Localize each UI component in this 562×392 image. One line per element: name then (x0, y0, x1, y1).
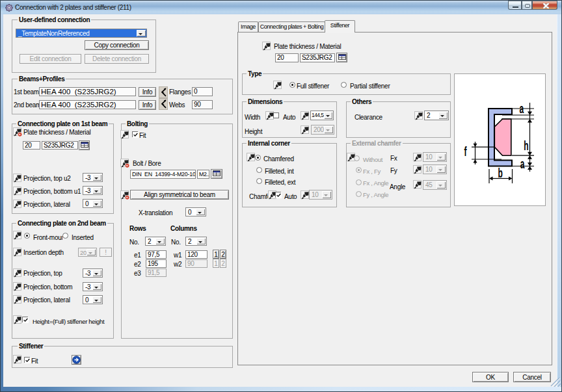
svg-text:h: h (524, 138, 528, 153)
svg-text:b: b (498, 166, 503, 180)
svg-text:a: a (520, 101, 524, 116)
svg-text:f: f (464, 144, 466, 159)
svg-text:a: a (520, 157, 525, 171)
